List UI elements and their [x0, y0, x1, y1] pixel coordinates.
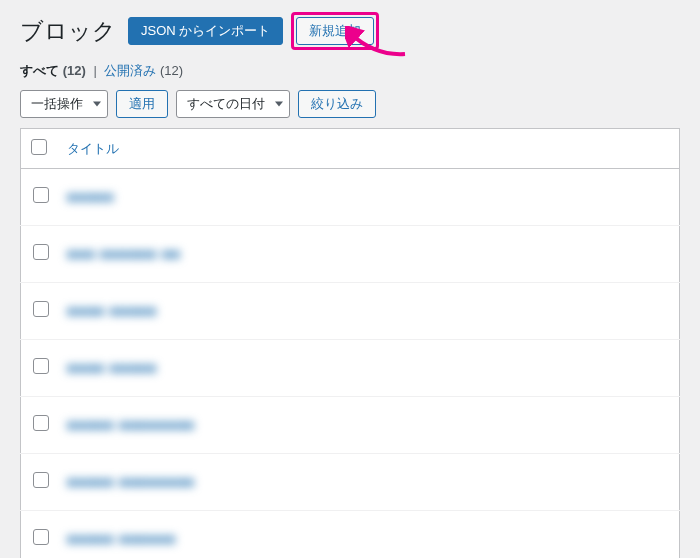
row-title[interactable]: ■■■■■ ■■■■■■■■	[67, 474, 195, 490]
apply-button[interactable]: 適用	[116, 90, 168, 118]
row-title[interactable]: ■■■■ ■■■■■	[67, 360, 157, 376]
table-row: ■■■■■ ■■■■■■	[21, 511, 680, 559]
row-title[interactable]: ■■■■■ ■■■■■■■■	[67, 417, 195, 433]
row-title[interactable]: ■■■■ ■■■■■	[67, 303, 157, 319]
table-row: ■■■■■ ■■■■■■■■	[21, 397, 680, 454]
table-row: ■■■■■	[21, 169, 680, 226]
row-checkbox[interactable]	[33, 415, 49, 431]
table-row: ■■■■ ■■■■■	[21, 340, 680, 397]
select-all-checkbox[interactable]	[31, 139, 47, 155]
row-checkbox[interactable]	[33, 301, 49, 317]
row-title[interactable]: ■■■■■	[67, 189, 114, 205]
date-filter-select[interactable]: すべての日付	[176, 90, 290, 118]
row-title[interactable]: ■■■■■ ■■■■■■	[67, 531, 176, 547]
table-row: ■■■■ ■■■■■	[21, 283, 680, 340]
row-checkbox[interactable]	[33, 529, 49, 545]
json-import-button[interactable]: JSON からインポート	[128, 17, 283, 45]
page-title: ブロック	[20, 16, 116, 47]
bulk-action-select[interactable]: 一括操作	[20, 90, 108, 118]
filter-all[interactable]: すべて (12)	[20, 63, 89, 78]
filter-published[interactable]: 公開済み (12)	[104, 63, 183, 78]
row-checkbox[interactable]	[33, 244, 49, 260]
row-checkbox[interactable]	[33, 472, 49, 488]
filter-button[interactable]: 絞り込み	[298, 90, 376, 118]
chevron-down-icon	[93, 102, 101, 107]
row-title[interactable]: ■■■ ■■■■■■ ■■	[67, 246, 181, 262]
title-column-header[interactable]: タイトル	[67, 141, 119, 156]
table-row: ■■■ ■■■■■■ ■■	[21, 226, 680, 283]
status-filter-links: すべて (12) | 公開済み (12)	[0, 60, 700, 90]
block-list-table: タイトル ■■■■■■■■ ■■■■■■ ■■■■■■ ■■■■■■■■■ ■■…	[20, 128, 680, 558]
add-new-button[interactable]: 新規追加	[296, 17, 374, 45]
table-row: ■■■■■ ■■■■■■■■	[21, 454, 680, 511]
highlight-annotation: 新規追加	[291, 12, 379, 50]
row-checkbox[interactable]	[33, 358, 49, 374]
row-checkbox[interactable]	[33, 187, 49, 203]
chevron-down-icon	[275, 102, 283, 107]
